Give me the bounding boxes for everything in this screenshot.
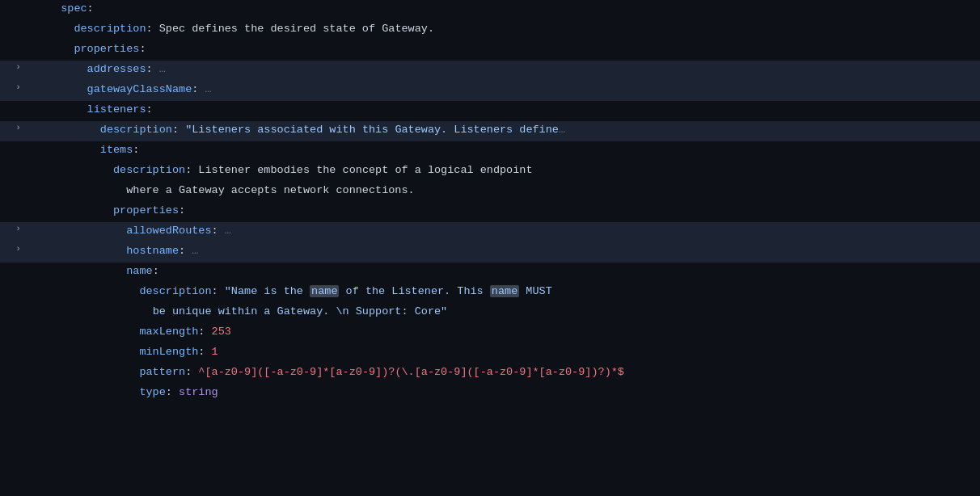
code-token: 253 (212, 326, 231, 338)
code-line: where a Gateway accepts network connecti… (0, 182, 980, 202)
line-content: maxLength: 253 (44, 323, 980, 341)
line-gutter: › (0, 242, 44, 257)
code-token: : (172, 124, 185, 136)
code-line: maxLength: 253 (0, 323, 980, 343)
code-token: MUST (519, 285, 552, 297)
code-token: : (185, 366, 198, 378)
code-token: type (139, 386, 165, 398)
code-token: … (559, 124, 565, 136)
line-content: where a Gateway accepts network connecti… (44, 182, 980, 200)
code-token: : Spec defines the desired state of Gate… (146, 23, 434, 35)
line-content: allowedRoutes: … (44, 222, 980, 240)
line-gutter: › (0, 81, 44, 95)
code-token: : (198, 326, 211, 338)
collapse-arrow[interactable]: › (15, 222, 21, 237)
code-line: name: (0, 263, 980, 283)
code-token: 1 (212, 346, 218, 358)
code-token: items (100, 144, 133, 156)
code-token: ^[a-z0-9]([-a-z0-9]*[a-z0-9])?(\.[a-z0-9… (198, 366, 624, 378)
code-token: gatewayClassName (87, 83, 192, 95)
line-content: description: "Listeners associated with … (44, 121, 980, 139)
code-token: properties (74, 43, 139, 55)
code-token: : (87, 2, 94, 15)
line-content: properties: (44, 40, 980, 58)
line-gutter: › (0, 61, 44, 75)
code-line: description: "Name is the name of the Li… (0, 283, 980, 303)
line-content: minLength: 1 (44, 343, 980, 361)
code-editor: spec: description: Spec defines the desi… (0, 0, 980, 496)
code-line: listeners: (0, 101, 980, 121)
code-token: : (153, 265, 159, 277)
code-token: : (212, 225, 225, 237)
code-token: pattern (139, 366, 185, 378)
code-token: : (179, 204, 185, 216)
code-line: › description: "Listeners associated wit… (0, 121, 980, 141)
code-token: "Listeners associated with this Gateway.… (185, 124, 559, 136)
line-content: properties: (44, 202, 980, 220)
code-line: › hostname: … (0, 242, 980, 263)
line-content: be unique within a Gateway. \n Support: … (44, 303, 980, 321)
highlighted-word: name (490, 285, 519, 297)
code-line: items: (0, 141, 980, 162)
code-token: description (74, 23, 146, 35)
code-token: … (192, 245, 198, 257)
collapse-arrow[interactable]: › (15, 242, 21, 257)
code-token: : (146, 63, 159, 75)
code-token: listeners (87, 103, 146, 116)
line-content: description: "Name is the name of the Li… (44, 283, 980, 301)
code-token: … (159, 63, 166, 75)
code-token: "Name is the (225, 285, 310, 297)
code-line: type: string (0, 384, 980, 404)
line-content: pattern: ^[a-z0-9]([-a-z0-9]*[a-z0-9])?(… (44, 364, 980, 381)
code-token: : (179, 245, 192, 257)
code-token: : (192, 83, 205, 95)
code-token: … (225, 225, 231, 237)
code-line: › gatewayClassName: … (0, 81, 980, 101)
collapse-arrow[interactable]: › (15, 61, 21, 75)
code-token: spec (61, 2, 87, 15)
code-token: maxLength (139, 326, 198, 338)
highlighted-word: name (310, 285, 339, 297)
code-token: : (146, 103, 153, 116)
line-content: name: (44, 263, 980, 280)
code-line: description: Listener embodies the conce… (0, 162, 980, 182)
code-line: description: Spec defines the desired st… (0, 20, 980, 40)
line-content: description: Spec defines the desired st… (44, 20, 980, 38)
code-token: : (212, 285, 225, 297)
code-token: string (179, 386, 218, 398)
code-line: pattern: ^[a-z0-9]([-a-z0-9]*[a-z0-9])?(… (0, 364, 980, 384)
code-token: description (113, 164, 185, 176)
code-token: name (126, 265, 152, 277)
line-content: listeners: (44, 101, 980, 119)
collapse-arrow[interactable]: › (15, 121, 21, 136)
code-token: properties (113, 204, 179, 216)
code-token: allowedRoutes (126, 225, 211, 237)
code-token: : (133, 144, 139, 156)
code-line: be unique within a Gateway. \n Support: … (0, 303, 980, 323)
code-line: minLength: 1 (0, 343, 980, 364)
code-line: › addresses: … (0, 61, 980, 81)
line-content: gatewayClassName: … (44, 81, 980, 99)
line-content: description: Listener embodies the conce… (44, 162, 980, 179)
code-line: properties: (0, 202, 980, 222)
code-token: where a Gateway accepts network connecti… (126, 184, 414, 196)
line-gutter: › (0, 222, 44, 237)
code-token: minLength (139, 346, 198, 358)
collapse-arrow[interactable]: › (15, 81, 21, 95)
code-token: be unique within a Gateway. \n Support: … (153, 305, 448, 317)
line-content: hostname: … (44, 242, 980, 260)
code-token: : Listener embodies the concept of a log… (185, 164, 532, 176)
code-token: of the Listener. This (339, 285, 489, 297)
line-content: items: (44, 141, 980, 159)
code-token: … (205, 83, 211, 95)
code-line: spec: (0, 0, 980, 20)
line-content: addresses: … (44, 61, 980, 78)
code-token: addresses (87, 63, 146, 75)
code-token: : (198, 346, 211, 358)
line-content: type: string (44, 384, 980, 401)
code-token: hostname (126, 245, 179, 257)
code-line: properties: (0, 40, 980, 61)
code-token: : (139, 43, 146, 55)
line-gutter: › (0, 121, 44, 136)
line-content: spec: (44, 0, 980, 18)
